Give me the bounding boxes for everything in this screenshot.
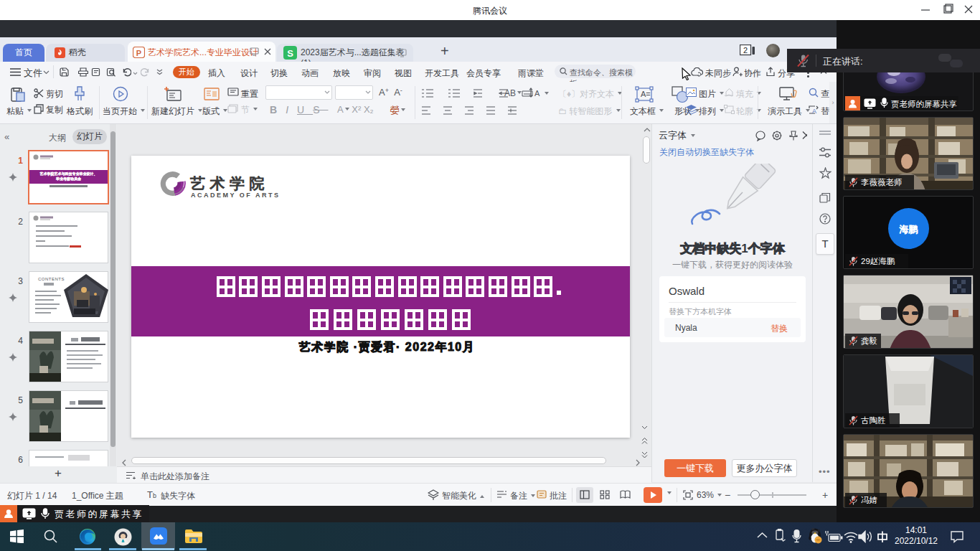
svg-text:A=: A= xyxy=(641,90,651,98)
svg-text:A: A xyxy=(534,89,540,98)
svg-text:P: P xyxy=(136,49,141,57)
svg-text:S: S xyxy=(287,48,293,59)
svg-text:2: 2 xyxy=(743,46,748,55)
svg-text:A: A xyxy=(812,108,816,115)
